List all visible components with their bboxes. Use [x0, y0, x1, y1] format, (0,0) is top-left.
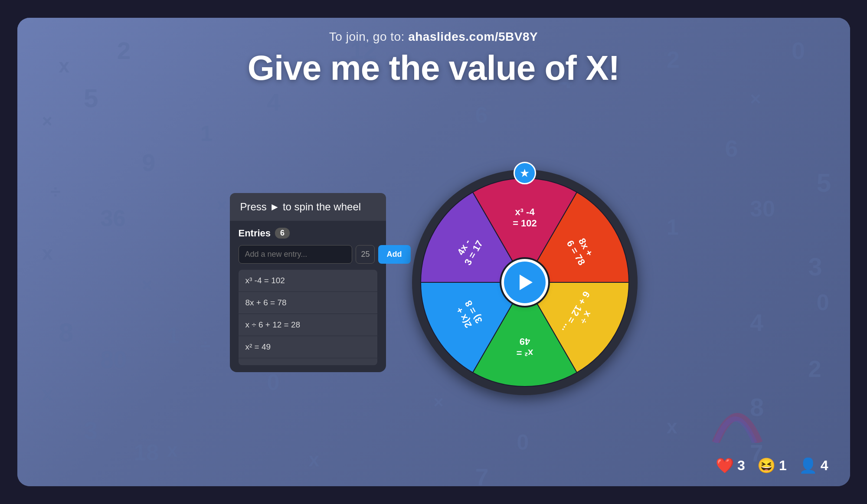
- entries-count: 6: [275, 228, 290, 239]
- heart-icon: ❤️: [716, 457, 734, 474]
- list-item[interactable]: 8x + 6 = 78: [239, 292, 377, 314]
- laugh-stat: 😆 1: [757, 457, 787, 474]
- entry-input-row: 25 Add: [239, 245, 377, 264]
- entry-input[interactable]: [239, 245, 352, 264]
- pin-circle: ★: [514, 162, 536, 184]
- page-title: Give me the value of X!: [17, 48, 850, 88]
- star-icon: ★: [520, 167, 530, 180]
- hearts-stat: ❤️ 3: [716, 457, 745, 474]
- spin-panel: Press ► to spin the wheel Entries 6 25 A…: [230, 193, 386, 372]
- footer-stats: ❤️ 3 😆 1 👤 4: [716, 457, 828, 474]
- hearts-count: 3: [737, 458, 745, 474]
- join-url: ahaslides.com/5BV8Y: [408, 30, 538, 43]
- spin-prompt: Press ► to spin the wheel: [230, 193, 386, 221]
- list-item[interactable]: x² = 49: [239, 336, 377, 358]
- header: To join, go to: ahaslides.com/5BV8Y Give…: [17, 18, 850, 88]
- wheel-outer: x³ -4= 1028x +6 = 78x ÷6 + 12 = ...x² =4…: [412, 170, 638, 395]
- entries-list[interactable]: x³ -4 = 1028x + 6 = 78x ÷ 6 + 12 = 28x² …: [239, 270, 377, 365]
- spin-prompt-text: Press ► to spin the wheel: [240, 201, 361, 213]
- wheel-container: ★ x³ -4= 1028x +6 = 78x ÷6 + 12 = ...x² …: [412, 170, 638, 395]
- add-button[interactable]: Add: [378, 245, 411, 264]
- content-area: Press ► to spin the wheel Entries 6 25 A…: [17, 105, 850, 460]
- users-count: 4: [821, 458, 828, 474]
- laugh-count: 1: [779, 458, 787, 474]
- play-button[interactable]: [504, 262, 546, 303]
- list-item[interactable]: 2(x + 3) = 8: [239, 358, 377, 365]
- users-icon: 👤: [799, 457, 817, 474]
- entry-count-badge: 25: [356, 245, 375, 264]
- entries-header: Entries 6: [239, 228, 377, 239]
- wheel-segment-label: x³ -4= 102: [513, 206, 537, 229]
- screen: 2x5×9÷36x×880x31812642×06530314280x70×x7…: [17, 18, 850, 486]
- play-triangle-icon: [520, 275, 533, 290]
- list-item[interactable]: x³ -4 = 102: [239, 270, 377, 292]
- laugh-icon: 😆: [757, 457, 775, 474]
- join-prefix: To join, go to:: [329, 30, 408, 43]
- entries-section: Entries 6 25 Add x³ -4 = 1028x + 6 = 78x…: [230, 221, 386, 372]
- entries-label: Entries: [239, 228, 271, 239]
- list-item[interactable]: x ÷ 6 + 12 = 28: [239, 314, 377, 336]
- join-url-text: To join, go to: ahaslides.com/5BV8Y: [17, 30, 850, 44]
- users-stat: 👤 4: [799, 457, 828, 474]
- wheel-pointer: ★: [514, 162, 536, 184]
